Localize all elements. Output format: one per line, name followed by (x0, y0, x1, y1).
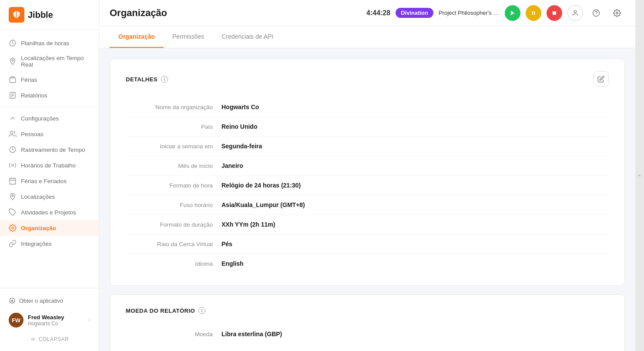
collapse-icon (30, 336, 36, 342)
play-button[interactable] (505, 5, 520, 21)
nav-divider (0, 107, 99, 107)
sidebar-item-planilhas[interactable]: Planilhas de horas (0, 35, 99, 51)
detail-row-moeda: Moeda Libra esterlina (GBP) (126, 324, 609, 344)
header: Organização 4:44:28 Divination Project P… (99, 0, 635, 26)
user-org: Hogwarts Co (28, 321, 84, 327)
settings-icon (613, 9, 621, 17)
chevron-right-icon: › (88, 317, 90, 323)
detail-row-duracao: Formato de duração XXh YYm (2h 11m) (126, 215, 609, 234)
help-button[interactable] (588, 5, 604, 21)
main-area: Organização 4:44:28 Divination Project P… (99, 0, 635, 351)
avatar: FW (9, 313, 23, 328)
header-right: 4:44:28 Divination Project Philosopher's… (366, 5, 625, 21)
sidebar: Jibble Planilhas de horas Localizações e… (0, 0, 99, 351)
edit-button[interactable] (593, 71, 609, 87)
svg-rect-2 (10, 78, 16, 83)
project-name: Project Philosopher's S... (439, 10, 500, 16)
user-profile[interactable]: FW Fred Weasley Hogwarts Co › (7, 309, 92, 331)
currency-card-header: MOEDA DO RELATÓRIO i (126, 307, 609, 314)
get-app-button[interactable]: Obter o aplicativo (7, 294, 92, 308)
page-content: DETALHES i Nome da organização Hogwarts … (99, 48, 635, 351)
svg-point-1 (12, 60, 13, 61)
card-header: DETALHES i (126, 71, 609, 87)
svg-rect-10 (10, 178, 16, 184)
detail-row-nome: Nome da organização Hogwarts Co (126, 97, 609, 117)
timer-badge: Divination (396, 8, 433, 18)
svg-marker-18 (511, 10, 514, 15)
currency-card-title: MOEDA DO RELATÓRIO i (126, 307, 205, 314)
sidebar-nav: Planilhas de horas Localizações em Tempo… (0, 30, 99, 288)
svg-point-16 (12, 227, 14, 229)
sidebar-item-relatorios[interactable]: Relatórios (0, 87, 99, 103)
content-area: Organização Permissões Credenciais de AP… (99, 26, 635, 351)
pause-button[interactable] (526, 5, 541, 21)
sidebar-item-horarios[interactable]: Horários de Trabalho (0, 157, 99, 173)
sidebar-item-pessoas[interactable]: Pessoas (0, 126, 99, 142)
user-name: Fred Weasley (28, 314, 84, 321)
timer-display: 4:44:28 (366, 9, 390, 17)
detail-row-pais: País Reino Unido (126, 117, 609, 137)
user-button[interactable] (567, 5, 583, 21)
user-details: Fred Weasley Hogwarts Co (28, 314, 84, 327)
detail-row-raio: Raio da Cerca Virtual Pés (126, 234, 609, 254)
logo: Jibble (0, 0, 99, 30)
sidebar-footer: Obter o aplicativo FW Fred Weasley Hogwa… (0, 288, 99, 351)
tab-credenciais[interactable]: Credenciais de API (213, 26, 282, 48)
currency-card: MOEDA DO RELATÓRIO i Moeda Libra esterli… (110, 294, 625, 351)
detail-row-fuso: Fuso horário Asia/Kuala_Lumpur (GMT+8) (126, 195, 609, 215)
stop-button[interactable] (547, 5, 562, 21)
page-title: Organização (110, 7, 167, 19)
tab-organizacao[interactable]: Organização (110, 26, 164, 48)
sidebar-item-configuracoes[interactable]: Configurações (0, 110, 99, 126)
sidebar-item-atividades[interactable]: Atividades e Projetos (0, 204, 99, 220)
pause-icon (531, 10, 536, 16)
svg-point-23 (593, 10, 600, 16)
svg-point-14 (12, 195, 13, 197)
svg-point-9 (12, 164, 14, 167)
sidebar-item-ferias[interactable]: Férias (0, 72, 99, 87)
currency-info-icon[interactable]: i (198, 307, 205, 314)
collapse-button[interactable]: COLAPSAR (7, 333, 92, 346)
detail-row-mes: Mês de início Janeiro (126, 156, 609, 176)
settings-button[interactable] (609, 5, 625, 21)
pencil-icon (597, 76, 604, 83)
logo-text: Jibble (28, 10, 53, 20)
svg-point-22 (574, 10, 576, 13)
detail-row-formato-hora: Formato de hora Relógio de 24 horas (21:… (126, 176, 609, 195)
svg-point-7 (10, 131, 13, 134)
sidebar-item-ferias-feriados[interactable]: Férias e Feriados (0, 173, 99, 189)
tab-permissoes[interactable]: Permissões (164, 26, 213, 48)
stop-icon (552, 10, 557, 16)
help-icon (592, 9, 600, 17)
logo-icon (9, 7, 24, 23)
svg-rect-20 (534, 11, 535, 15)
sidebar-item-integracoes[interactable]: Integrações (0, 236, 99, 251)
sidebar-item-rastreamento[interactable]: Rastreamento de Tempo (0, 142, 99, 157)
info-icon[interactable]: i (161, 76, 168, 83)
play-icon (510, 10, 516, 16)
detail-row-semana: Iniciar a semana em Segunda-feira (126, 137, 609, 156)
card-title: DETALHES i (126, 76, 168, 83)
sidebar-item-localizacoes[interactable]: Localizações (0, 189, 99, 204)
user-icon (572, 10, 579, 17)
sidebar-item-organizacao[interactable]: Organização (0, 220, 99, 236)
right-panel[interactable]: ‹ (635, 0, 644, 351)
detail-row-idioma: Idioma English (126, 254, 609, 273)
svg-point-25 (616, 12, 618, 14)
svg-rect-21 (553, 11, 556, 15)
details-card: DETALHES i Nome da organização Hogwarts … (110, 59, 625, 286)
tabs-bar: Organização Permissões Credenciais de AP… (99, 26, 635, 48)
download-icon (9, 297, 16, 304)
svg-rect-19 (532, 11, 533, 15)
sidebar-item-localizacoes-rt[interactable]: Localizações em Tempo Real (0, 51, 99, 72)
